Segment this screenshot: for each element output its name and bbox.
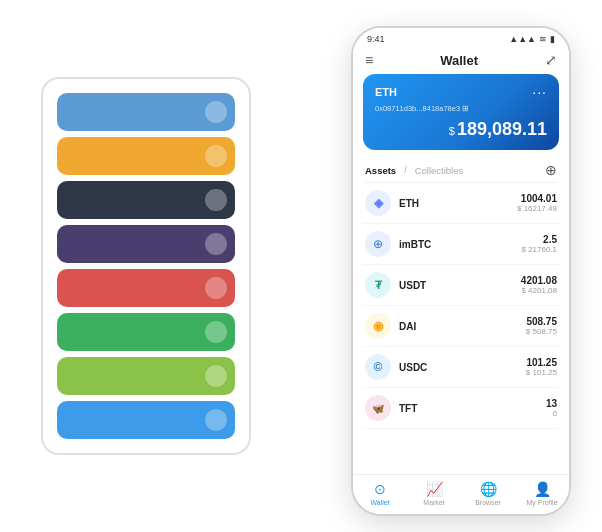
scene: 9:41 ▲▲▲ ≋ ▮ ≡ Wallet ⤢ ETH ··· 0x0871 xyxy=(21,16,581,516)
dai-values: 508.75 $ 508.75 xyxy=(526,316,557,336)
card-dot-1 xyxy=(205,101,227,123)
phone-screen: 9:41 ▲▲▲ ≋ ▮ ≡ Wallet ⤢ ETH ··· 0x0871 xyxy=(353,28,569,514)
dai-usd: $ 508.75 xyxy=(526,327,557,336)
asset-list: ◈ ETH 1004.01 $ 16217.48 ⊕ imBTC 2.5 $ 2… xyxy=(353,183,569,474)
wallet-nav-label: Wallet xyxy=(370,499,389,506)
market-nav-label: Market xyxy=(423,499,444,506)
nav-browser[interactable]: 🌐 Browser xyxy=(461,481,515,506)
usdt-values: 4201.08 $ 4201.08 xyxy=(521,275,557,295)
asset-name-dai: DAI xyxy=(399,321,526,332)
eth-amount: 1004.01 xyxy=(517,193,557,204)
bottom-nav: ⊙ Wallet 📈 Market 🌐 Browser 👤 My Profile xyxy=(353,474,569,514)
imbtc-amount: 2.5 xyxy=(521,234,557,245)
wallet-nav-icon: ⊙ xyxy=(374,481,386,497)
expand-icon[interactable]: ⤢ xyxy=(545,52,557,68)
tft-usd: 0 xyxy=(546,409,557,418)
imbtc-values: 2.5 $ 21760.1 xyxy=(521,234,557,254)
stack-card-2 xyxy=(57,137,235,175)
asset-name-usdt: USDT xyxy=(399,280,521,291)
nav-profile[interactable]: 👤 My Profile xyxy=(515,481,569,506)
page-title: Wallet xyxy=(440,53,478,68)
usdc-usd: $ 101.25 xyxy=(526,368,557,377)
usdc-icon: © xyxy=(365,354,391,380)
assets-header: Assets / Collectibles ⊕ xyxy=(353,158,569,182)
eth-card-header: ETH ··· xyxy=(375,84,547,100)
stack-card-7 xyxy=(57,357,235,395)
stack-card-8 xyxy=(57,401,235,439)
card-dot-5 xyxy=(205,277,227,299)
card-dot-6 xyxy=(205,321,227,343)
stack-card-5 xyxy=(57,269,235,307)
market-nav-icon: 📈 xyxy=(426,481,443,497)
tft-values: 13 0 xyxy=(546,398,557,418)
tft-icon: 🦋 xyxy=(365,395,391,421)
dai-amount: 508.75 xyxy=(526,316,557,327)
profile-nav-icon: 👤 xyxy=(534,481,551,497)
usdt-amount: 4201.08 xyxy=(521,275,557,286)
usdt-icon: ₮ xyxy=(365,272,391,298)
eth-currency-symbol: $ xyxy=(449,125,455,137)
signal-icon: ▲▲▲ xyxy=(509,34,536,44)
wifi-icon: ≋ xyxy=(539,34,547,44)
card-dot-2 xyxy=(205,145,227,167)
asset-name-imbtc: imBTC xyxy=(399,239,521,250)
profile-nav-label: My Profile xyxy=(526,499,557,506)
stack-card-4 xyxy=(57,225,235,263)
asset-name-tft: TFT xyxy=(399,403,546,414)
nav-wallet[interactable]: ⊙ Wallet xyxy=(353,481,407,506)
usdt-usd: $ 4201.08 xyxy=(521,286,557,295)
browser-nav-label: Browser xyxy=(475,499,501,506)
menu-icon[interactable]: ≡ xyxy=(365,52,373,68)
eth-balance: $189,089.11 xyxy=(375,119,547,140)
card-dot-4 xyxy=(205,233,227,255)
card-dot-7 xyxy=(205,365,227,387)
phone-frame: 9:41 ▲▲▲ ≋ ▮ ≡ Wallet ⤢ ETH ··· 0x0871 xyxy=(351,26,571,516)
eth-card[interactable]: ETH ··· 0x08711d3b...8418a78e3 ⊞ $189,08… xyxy=(363,74,559,150)
imbtc-icon: ⊕ xyxy=(365,231,391,257)
asset-row-usdc[interactable]: © USDC 101.25 $ 101.25 xyxy=(363,347,559,388)
card-dot-3 xyxy=(205,189,227,211)
asset-name-eth: ETH xyxy=(399,198,517,209)
stack-card-6 xyxy=(57,313,235,351)
status-icons: ▲▲▲ ≋ ▮ xyxy=(509,34,555,44)
eth-address: 0x08711d3b...8418a78e3 ⊞ xyxy=(375,104,547,113)
tab-assets[interactable]: Assets xyxy=(365,165,396,176)
battery-icon: ▮ xyxy=(550,34,555,44)
tab-collectibles[interactable]: Collectibles xyxy=(415,165,464,176)
asset-row-usdt[interactable]: ₮ USDT 4201.08 $ 4201.08 xyxy=(363,265,559,306)
asset-row-imbtc[interactable]: ⊕ imBTC 2.5 $ 21760.1 xyxy=(363,224,559,265)
stack-card-1 xyxy=(57,93,235,131)
card-stack xyxy=(41,77,251,455)
browser-nav-icon: 🌐 xyxy=(480,481,497,497)
asset-name-usdc: USDC xyxy=(399,362,526,373)
eth-usd: $ 16217.48 xyxy=(517,204,557,213)
asset-row-eth[interactable]: ◈ ETH 1004.01 $ 16217.48 xyxy=(363,183,559,224)
nav-market[interactable]: 📈 Market xyxy=(407,481,461,506)
eth-balance-value: 189,089.11 xyxy=(457,119,547,139)
usdc-amount: 101.25 xyxy=(526,357,557,368)
tab-separator: / xyxy=(404,165,407,176)
assets-tabs: Assets / Collectibles xyxy=(365,165,463,176)
eth-menu-dots[interactable]: ··· xyxy=(532,84,547,100)
stack-card-3 xyxy=(57,181,235,219)
eth-values: 1004.01 $ 16217.48 xyxy=(517,193,557,213)
card-dot-8 xyxy=(205,409,227,431)
status-time: 9:41 xyxy=(367,34,385,44)
status-bar: 9:41 ▲▲▲ ≋ ▮ xyxy=(353,28,569,48)
tft-amount: 13 xyxy=(546,398,557,409)
imbtc-usd: $ 21760.1 xyxy=(521,245,557,254)
asset-row-dai[interactable]: ◉ DAI 508.75 $ 508.75 xyxy=(363,306,559,347)
eth-icon: ◈ xyxy=(365,190,391,216)
usdc-values: 101.25 $ 101.25 xyxy=(526,357,557,377)
eth-label: ETH xyxy=(375,86,397,98)
phone-header: ≡ Wallet ⤢ xyxy=(353,48,569,74)
dai-icon: ◉ xyxy=(365,313,391,339)
add-asset-button[interactable]: ⊕ xyxy=(545,162,557,178)
asset-row-tft[interactable]: 🦋 TFT 13 0 xyxy=(363,388,559,429)
